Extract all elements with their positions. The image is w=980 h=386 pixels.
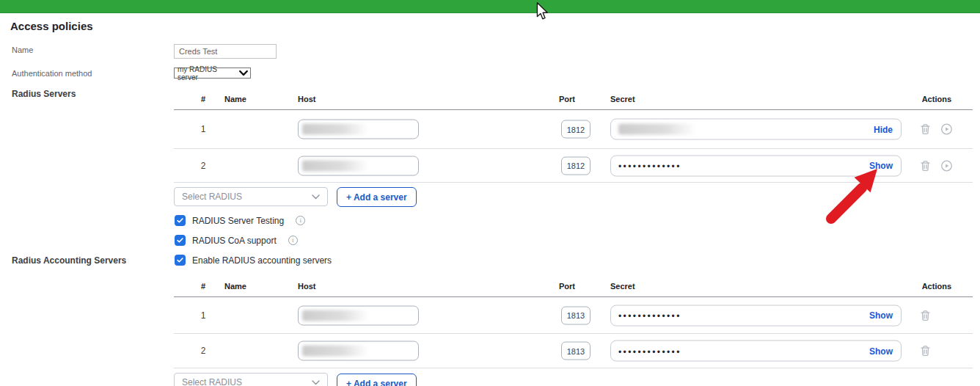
col-header-actions: Actions xyxy=(922,282,951,291)
host-input[interactable] xyxy=(298,156,419,175)
info-icon[interactable]: i xyxy=(288,236,298,245)
radius-accounting-section-label: Radius Accounting Servers xyxy=(12,255,126,266)
col-header-actions: Actions xyxy=(922,95,951,103)
col-header-host: Host xyxy=(298,282,315,291)
radius-server-testing-row: RADIUS Server Testing i xyxy=(175,215,305,226)
radius-servers-table-header: # Name Host Port Secret Actions xyxy=(174,92,973,110)
port-input[interactable]: 1813 xyxy=(561,306,590,324)
masked-secret-value: ••••••••••••• xyxy=(618,161,681,171)
table-row: 1 1813 ••••••••••••• Show xyxy=(174,297,973,334)
select-radius-dropdown[interactable]: Select RADIUS xyxy=(174,187,328,206)
test-server-play-icon[interactable] xyxy=(940,159,953,172)
page-title: Access policies xyxy=(10,20,93,32)
table-row: 1 1812 Hide xyxy=(174,110,973,149)
hide-secret-button[interactable]: Hide xyxy=(874,124,893,134)
check-icon xyxy=(177,237,183,244)
col-header-name: Name xyxy=(224,95,246,103)
row-number: 2 xyxy=(197,346,209,356)
check-icon xyxy=(177,217,183,224)
host-input[interactable] xyxy=(298,341,419,361)
chevron-down-icon xyxy=(239,70,248,76)
col-header-secret: Secret xyxy=(610,282,635,291)
select-radius-placeholder: Select RADIUS xyxy=(182,192,242,202)
radius-coa-support-row: RADIUS CoA support i xyxy=(175,235,298,246)
host-input[interactable] xyxy=(298,120,419,139)
port-input[interactable]: 1813 xyxy=(561,342,590,360)
secret-input[interactable]: ••••••••••••• Show xyxy=(610,305,902,326)
name-input[interactable] xyxy=(174,44,277,59)
row-number: 1 xyxy=(197,124,209,134)
masked-secret-value: ••••••••••••• xyxy=(618,310,681,321)
add-server-button[interactable]: + Add a server xyxy=(337,374,417,386)
delete-row-icon[interactable] xyxy=(919,159,932,172)
table-row: 2 1813 ••••••••••••• Show xyxy=(174,334,973,368)
show-secret-button[interactable]: Show xyxy=(869,346,893,356)
col-header-port: Port xyxy=(559,282,575,291)
red-annotation-arrow xyxy=(818,163,888,225)
chevron-down-icon xyxy=(312,194,320,200)
checkbox-label: Enable RADIUS accounting servers xyxy=(192,255,332,266)
redacted-host-value xyxy=(302,160,368,171)
show-secret-button[interactable]: Show xyxy=(869,310,893,321)
host-input[interactable] xyxy=(298,305,419,325)
port-input[interactable]: 1812 xyxy=(561,120,590,139)
checkbox-radius-server-testing[interactable] xyxy=(175,215,186,226)
checkbox-enable-radius-accounting[interactable] xyxy=(175,255,186,266)
info-icon[interactable]: i xyxy=(296,216,305,225)
col-header-num: # xyxy=(197,282,209,291)
delete-row-icon[interactable] xyxy=(919,309,932,321)
accounting-table-header: # Name Host Port Secret Actions xyxy=(174,280,973,297)
col-header-secret: Secret xyxy=(610,95,635,103)
auth-method-value: my RADIUS server xyxy=(178,65,239,81)
col-header-port: Port xyxy=(559,95,575,103)
col-header-host: Host xyxy=(298,95,315,103)
redacted-secret-value xyxy=(618,124,696,135)
check-icon xyxy=(177,257,183,263)
radius-servers-section-label: Radius Servers xyxy=(12,89,76,99)
redacted-host-value xyxy=(302,124,368,135)
mouse-cursor-icon xyxy=(535,2,550,20)
secret-input[interactable]: Hide xyxy=(610,119,902,140)
masked-secret-value: ••••••••••••• xyxy=(618,346,681,356)
accounting-servers-table: # Name Host Port Secret Actions 1 1813 •… xyxy=(174,280,973,368)
redacted-host-value xyxy=(302,310,368,321)
test-server-play-icon[interactable] xyxy=(940,123,953,136)
chevron-down-icon xyxy=(312,380,320,385)
auth-method-select[interactable]: my RADIUS server xyxy=(174,68,251,79)
auth-method-label: Authentication method xyxy=(12,69,92,78)
checkbox-radius-coa-support[interactable] xyxy=(175,235,186,246)
name-label: Name xyxy=(12,45,33,54)
add-server-button[interactable]: + Add a server xyxy=(337,187,417,207)
enable-accounting-row: Enable RADIUS accounting servers xyxy=(175,255,332,266)
col-header-name: Name xyxy=(224,282,246,291)
checkbox-label: RADIUS Server Testing xyxy=(192,216,284,226)
top-green-bar xyxy=(0,0,980,13)
row-number: 2 xyxy=(197,161,209,171)
port-input[interactable]: 1812 xyxy=(561,156,590,175)
redacted-host-value xyxy=(302,346,368,357)
row-number: 1 xyxy=(197,310,209,321)
col-header-num: # xyxy=(197,95,209,103)
checkbox-label: RADIUS CoA support xyxy=(192,236,277,246)
delete-row-icon[interactable] xyxy=(919,345,932,357)
secret-input[interactable]: ••••••••••••• Show xyxy=(610,341,902,362)
select-radius-dropdown[interactable]: Select RADIUS xyxy=(174,373,328,386)
delete-row-icon[interactable] xyxy=(919,123,932,136)
select-radius-placeholder: Select RADIUS xyxy=(182,377,242,386)
